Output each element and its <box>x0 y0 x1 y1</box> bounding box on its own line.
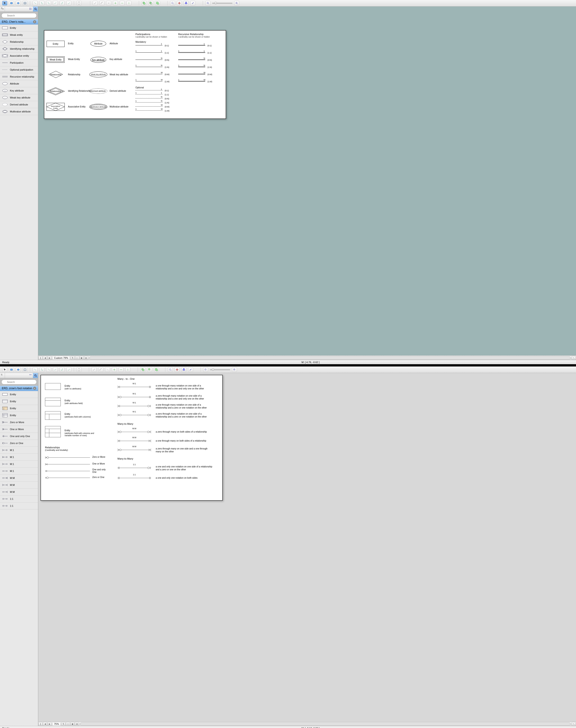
stamp-tool[interactable] <box>183 1 189 5</box>
page-pause-icon[interactable]: ‖ <box>38 722 42 726</box>
group-tool-1[interactable] <box>142 1 146 5</box>
rel-mmb[interactable]: M:M <box>117 439 151 443</box>
stamp-tool[interactable] <box>181 367 186 372</box>
shape-associative[interactable]: AssociativeEntity <box>47 103 64 111</box>
lib-item-recursive-relationship[interactable]: Recursive relationship <box>0 73 38 80</box>
lib-item-weak-entity[interactable]: Weak entity <box>0 31 38 38</box>
shape-weak-entity[interactable]: Weak Entity <box>47 56 64 63</box>
add-page-tool[interactable] <box>77 367 82 372</box>
shape-multivalue-attribute[interactable]: Multivalue attribute <box>89 104 107 110</box>
canvas[interactable]: Entity (with no attributes) Entity (with… <box>38 373 576 726</box>
page-next-icon[interactable]: ▶ <box>48 722 52 726</box>
lib-item-one-only[interactable]: One and only One <box>0 433 38 440</box>
rel-one-more[interactable] <box>45 463 90 466</box>
lib-item-m1-2[interactable]: M:1 <box>0 454 38 461</box>
rel-mma[interactable]: M:M <box>117 430 151 434</box>
line-tool-1[interactable] <box>93 1 98 5</box>
canvas[interactable]: Entity Entity Weak Entity Weak Entity Re… <box>38 6 576 360</box>
rel-m1a[interactable]: M:1 <box>117 385 151 389</box>
group-tool-2[interactable] <box>147 367 152 372</box>
ellipse-tool[interactable] <box>16 1 21 5</box>
library-close-icon[interactable]: × <box>33 387 36 390</box>
entity-box-2[interactable] <box>45 398 61 406</box>
view-mode-1[interactable]: ▢ <box>75 356 79 360</box>
lib-item-entity-1[interactable]: Entity <box>0 391 38 398</box>
search-input[interactable] <box>1 13 37 18</box>
table-tool[interactable] <box>23 367 27 372</box>
rect-tool[interactable] <box>9 367 14 372</box>
rel-11a[interactable]: 1:1 <box>117 466 151 470</box>
connector-tool-3[interactable] <box>46 367 51 372</box>
lib-item-11-1[interactable]: 1:1 <box>0 495 38 503</box>
line-tool-1[interactable] <box>92 367 96 372</box>
zoom-slider[interactable] <box>210 369 230 370</box>
lib-item-attribute[interactable]: Attribute <box>0 80 38 87</box>
sidebar-tab-grid[interactable] <box>28 373 33 378</box>
connector-tool-6[interactable] <box>66 367 71 372</box>
line-tool-6[interactable] <box>126 1 132 5</box>
rel-mmc[interactable]: M:M <box>117 448 151 452</box>
pan-tool[interactable] <box>177 1 182 5</box>
entity-box-4[interactable] <box>45 426 61 437</box>
page-prev-icon[interactable]: ◀ <box>43 356 47 360</box>
rel-11b[interactable]: 1:1 <box>117 477 151 480</box>
zoom-in-icon[interactable] <box>234 1 239 5</box>
search-input[interactable] <box>1 380 37 385</box>
line-tool-4[interactable] <box>112 367 117 372</box>
view-mode-2[interactable]: ▣ <box>80 356 84 360</box>
zoom-out-icon[interactable] <box>205 1 210 5</box>
line-tool-4[interactable] <box>113 1 118 5</box>
line-1n[interactable] <box>136 67 163 67</box>
connector-tool-1[interactable] <box>33 1 37 5</box>
lib-item-multivalue-attribute[interactable]: Multivalue attribute <box>0 108 38 115</box>
lib-item-entity-2[interactable]: Entity <box>0 398 38 405</box>
lib-item-optional-participation[interactable]: Optional participation <box>0 66 38 73</box>
page-pause-icon[interactable]: ‖ <box>38 356 42 360</box>
rline-1m[interactable] <box>178 81 205 82</box>
group-tool-3[interactable] <box>155 1 160 5</box>
line-tool-5[interactable] <box>119 367 123 372</box>
line-tool-3[interactable] <box>106 1 111 5</box>
line-11[interactable] <box>136 52 163 53</box>
rline-1n[interactable] <box>178 66 205 67</box>
shape-entity[interactable]: Entity <box>47 41 64 47</box>
lib-item-m1-1[interactable]: M:1 <box>0 447 38 454</box>
lib-item-associative-entity[interactable]: Associative entity <box>0 52 38 59</box>
line-opt-01[interactable] <box>136 90 163 90</box>
zoom-text[interactable]: 75% <box>52 722 60 726</box>
eyedropper-tool[interactable] <box>190 1 195 5</box>
view-mode-1[interactable]: ▢ <box>66 722 70 726</box>
shape-attribute[interactable]: Attribute <box>90 41 106 47</box>
pointer-tool[interactable] <box>2 1 7 5</box>
lib-item-key-attribute[interactable]: Key attribute <box>0 87 38 94</box>
rel-zero-one[interactable] <box>45 477 90 480</box>
rel-one-only[interactable] <box>45 470 90 473</box>
hscroll-track[interactable] <box>80 722 571 726</box>
library-header[interactable]: ERD, crow's foot notation × <box>0 386 38 391</box>
shape-weak-key-attribute[interactable]: Weak key attribute <box>89 71 107 77</box>
rline-11[interactable] <box>178 52 205 53</box>
connector-tool-4[interactable] <box>53 367 58 372</box>
lib-item-entity-4[interactable]: Entity <box>0 412 38 419</box>
lib-item-mm-3[interactable]: M:M <box>0 489 38 495</box>
hscroll-resize-icon[interactable]: ⤡ <box>572 722 576 726</box>
lib-item-one-more[interactable]: One or More <box>0 426 38 433</box>
eyedropper-tool[interactable] <box>188 367 193 372</box>
rline-0n[interactable] <box>178 59 205 60</box>
zoom-out-icon[interactable] <box>203 367 208 372</box>
line-0m[interactable] <box>136 74 163 74</box>
library-close-icon[interactable]: × <box>33 20 36 23</box>
lib-item-identifying-relationship[interactable]: Identifying relationship <box>0 46 38 52</box>
view-mode-3[interactable]: ▤ <box>84 356 88 360</box>
pointer-tool[interactable] <box>2 367 7 372</box>
hscroll-resize-icon[interactable]: ⤡ <box>572 356 576 360</box>
sidebar-tab-tree[interactable] <box>0 373 5 378</box>
lib-item-zero-one[interactable]: Zero or One <box>0 440 38 447</box>
page-prev-icon[interactable]: ◀ <box>43 722 47 726</box>
zoom-stepper-icon[interactable]: ⇅ <box>70 356 75 360</box>
ellipse-tool[interactable] <box>16 367 21 372</box>
rel-m1d[interactable]: M:1 <box>117 414 151 417</box>
view-mode-3[interactable]: ▤ <box>75 722 79 726</box>
zoom-text[interactable]: Custom 79% <box>52 356 70 360</box>
entity-box-3[interactable] <box>45 411 61 420</box>
